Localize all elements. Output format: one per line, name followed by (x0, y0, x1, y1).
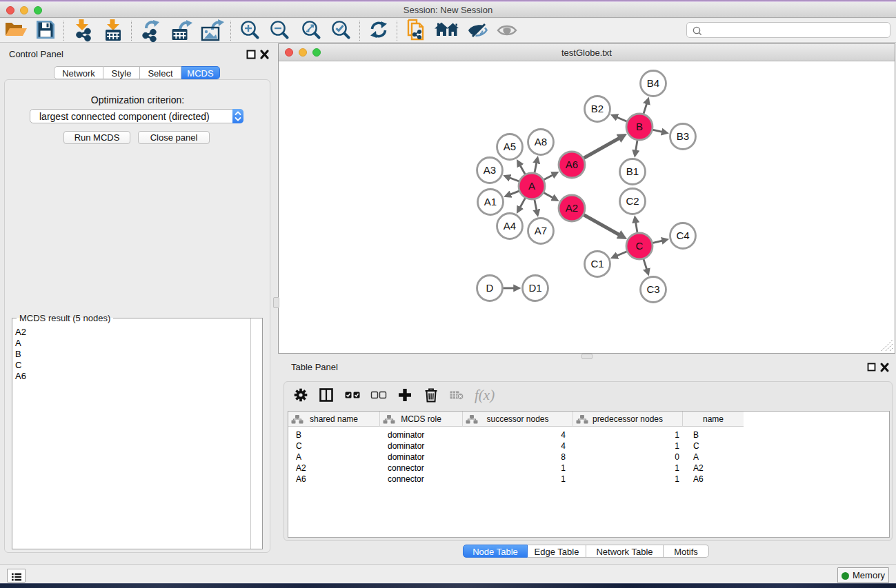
svg-text:D1: D1 (528, 282, 541, 294)
svg-text:B: B (636, 121, 643, 132)
svg-text:A2: A2 (566, 202, 578, 214)
svg-text:D: D (486, 282, 494, 294)
svg-text:A1: A1 (484, 196, 497, 207)
svg-text:C1: C1 (590, 258, 604, 270)
svg-text:C3: C3 (646, 283, 659, 295)
svg-text:A4: A4 (504, 220, 516, 232)
svg-text:C: C (636, 240, 644, 252)
svg-text:C2: C2 (626, 195, 639, 207)
svg-text:A8: A8 (535, 136, 547, 148)
svg-text:B3: B3 (677, 130, 689, 142)
svg-text:A3: A3 (484, 164, 496, 176)
svg-text:A7: A7 (535, 225, 547, 236)
svg-text:A5: A5 (504, 141, 516, 152)
svg-text:B2: B2 (591, 103, 604, 114)
svg-text:A: A (528, 180, 535, 192)
svg-text:f(x): f(x) (475, 387, 495, 403)
svg-text:B1: B1 (626, 165, 639, 177)
svg-text:A6: A6 (566, 159, 578, 170)
svg-text:C4: C4 (676, 230, 689, 241)
svg-text:B4: B4 (647, 77, 659, 89)
